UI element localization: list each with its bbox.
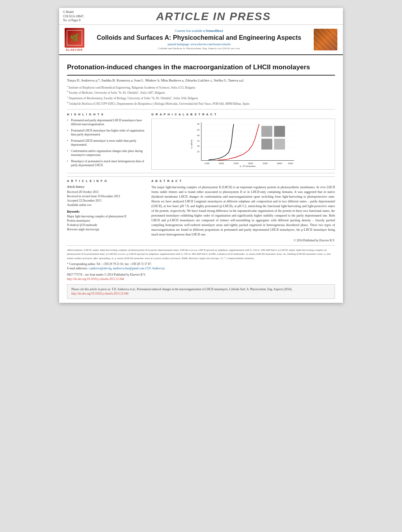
affiliation-d: d Unidad de Biofísica (CSIC/UPV-EHU), De… bbox=[67, 101, 335, 106]
affiliations: a Institute of Biophysics and Biomedical… bbox=[67, 85, 335, 106]
journal-center: Contents lists available at ScienceDirec… bbox=[88, 29, 310, 50]
elsevier-icon: 🌿 bbox=[65, 28, 84, 48]
article-history: Article history: Received 28 October 201… bbox=[67, 185, 146, 208]
svg-text:A, Å²/monomer: A, Å²/monomer bbox=[240, 165, 256, 167]
svg-text:π, mN/m: π, mN/m bbox=[190, 139, 193, 148]
highlight-item-5: Monolayer of protonated is much more het… bbox=[67, 159, 146, 168]
highlights-abstract-section: H I G H L I G H T S Protonated and partl… bbox=[67, 113, 335, 170]
divider-2 bbox=[67, 173, 335, 173]
elsevier-text: ELSEVIER bbox=[66, 48, 83, 51]
pages-label: No. of Pages 8 bbox=[63, 19, 84, 23]
svg-text:35: 35 bbox=[197, 139, 199, 142]
svg-text:30: 30 bbox=[197, 145, 199, 147]
corresponding-note: * Corresponding author. Tel.: +359 29 79… bbox=[67, 262, 335, 266]
affiliation-c: c Department of Biochemistry, Faculty of… bbox=[67, 95, 335, 100]
keyword-3: N-dodecyl β-D-maltoside bbox=[67, 223, 146, 227]
abstract-column: A B S T R A C T The major light-harvesti… bbox=[151, 179, 335, 242]
divider-1 bbox=[67, 109, 335, 109]
highlight-item-3: Protonated LHCII monolayer is more stabl… bbox=[67, 139, 146, 147]
elsevier-logo: 🌿 ELSEVIER bbox=[65, 28, 84, 51]
colsua-label: COLSUA-18847; bbox=[63, 15, 84, 19]
highlights-column: H I G H L I G H T S Protonated and partl… bbox=[67, 113, 146, 170]
elsevier-icon-inner: 🌿 bbox=[67, 30, 82, 46]
highlights-label: H I G H L I G H T S bbox=[67, 113, 146, 116]
affiliation-a: a Institute of Biophysics and Biomedical… bbox=[67, 85, 335, 90]
svg-rect-23 bbox=[274, 126, 285, 137]
journal-name: Colloids and Surfaces A: Physicochemical… bbox=[88, 34, 310, 41]
svg-text:3500: 3500 bbox=[262, 161, 268, 164]
accepted-date: Accepted 22 December 2013 bbox=[67, 198, 146, 203]
main-content: Protonation-induced changes in the macro… bbox=[59, 55, 343, 303]
article-info-label: A R T I C L E I N F O bbox=[67, 179, 146, 183]
graph-image: 50 45 40 35 30 25 bbox=[153, 120, 333, 168]
highlight-item-4: Conformation and/or organization changes… bbox=[67, 149, 146, 158]
history-title: Article history: bbox=[67, 185, 146, 189]
authors: Tonya D. Andreeva a,*, Sashka B. Krumova… bbox=[67, 78, 335, 83]
received-date: Received 28 October 2013 bbox=[67, 190, 146, 194]
svg-text:3000: 3000 bbox=[248, 161, 253, 164]
journal-abbrev: Colloids and Surfaces A: Physicochem. En… bbox=[88, 47, 310, 50]
journal-homepage: journal homepage: www.elsevier.com/locat… bbox=[88, 43, 310, 46]
svg-text:4000: 4000 bbox=[277, 161, 282, 164]
keyword-1: Major light-harvesting complex of photos… bbox=[67, 214, 146, 219]
keywords-label: Keywords: bbox=[67, 210, 146, 213]
svg-text:25: 25 bbox=[197, 150, 199, 153]
keywords-section: Keywords: Major light-harvesting complex… bbox=[67, 210, 146, 232]
revised-date: Received in revised form 19 December 201… bbox=[67, 194, 146, 198]
svg-rect-25 bbox=[274, 139, 285, 150]
article-in-press-title: ARTICLE IN PRESS bbox=[88, 10, 339, 23]
cite-doi-link[interactable]: http://dx.doi.org/10.1016/j.colsurfa.201… bbox=[71, 292, 128, 295]
pressure-area-chart: 50 45 40 35 30 25 bbox=[153, 120, 333, 168]
g-model-label: G Model bbox=[63, 10, 84, 15]
abstract-label: A B S T R A C T bbox=[151, 179, 335, 183]
g-model-info: G Model COLSUA-18847; No. of Pages 8 bbox=[63, 10, 84, 23]
keyword-2: Protein monolayers bbox=[67, 219, 146, 223]
available-date: Available online xxx bbox=[67, 203, 146, 207]
svg-text:50: 50 bbox=[197, 122, 199, 125]
keyword-4: Brewster angle microscopy bbox=[67, 227, 146, 232]
affiliation-b: b Faculty of Medicine, University of Sof… bbox=[67, 90, 335, 95]
svg-text:45: 45 bbox=[197, 128, 199, 131]
footer-abbreviations: Abbreviations: LHCII, major light-harves… bbox=[67, 245, 335, 261]
svg-text:40: 40 bbox=[197, 133, 199, 136]
highlight-item-1: Protonated and partly deprotonated LHCII… bbox=[67, 119, 146, 127]
svg-text:2500: 2500 bbox=[233, 161, 238, 164]
svg-rect-22 bbox=[261, 126, 272, 137]
article-info-section: A R T I C L E I N F O Article history: R… bbox=[67, 176, 335, 242]
svg-text:2000: 2000 bbox=[219, 161, 224, 164]
svg-rect-24 bbox=[261, 139, 272, 150]
cite-box: Please cite this article in press as: T.… bbox=[67, 284, 335, 299]
page: G Model COLSUA-18847; No. of Pages 8 ART… bbox=[59, 8, 343, 303]
article-title: Protonation-induced changes in the macro… bbox=[67, 63, 335, 76]
footer-contact: * Corresponding author. Tel.: +359 29 79… bbox=[67, 262, 335, 271]
svg-text:4500: 4500 bbox=[288, 161, 293, 164]
highlights-list: Protonated and partly deprotonated LHCII… bbox=[67, 119, 146, 168]
svg-text:1500: 1500 bbox=[204, 161, 209, 164]
email-note: E-mail addresses: t.andreeva@abv.bg, tan… bbox=[67, 266, 335, 271]
article-info-left: A R T I C L E I N F O Article history: R… bbox=[67, 179, 146, 242]
graphical-abstract-box: 50 45 40 35 30 25 bbox=[151, 119, 335, 170]
journal-header: 🌿 ELSEVIER Contents lists available at S… bbox=[59, 25, 343, 55]
doi-link[interactable]: http://dx.doi.org/10.1016/j.colsurfa.201… bbox=[67, 277, 124, 281]
journal-thumbnail bbox=[314, 29, 337, 50]
graphical-abstract-column: G R A P H I C A L A B S T R A C T 50 45 … bbox=[151, 113, 335, 170]
highlight-item-2: Protonated LHCII monolayer has higher or… bbox=[67, 129, 146, 137]
copyright: © 2014 Published by Elsevier B.V. bbox=[151, 239, 335, 242]
abstract-text: The major light-harvesting complex of ph… bbox=[151, 185, 335, 237]
graphical-abstract-label: G R A P H I C A L A B S T R A C T bbox=[151, 113, 335, 116]
header-bar: G Model COLSUA-18847; No. of Pages 8 ART… bbox=[59, 8, 343, 25]
sciencedirect-link: Contents lists available at ScienceDirec… bbox=[88, 29, 310, 33]
footer-issn: 0927-7757/$ – see front matter © 2014 Pu… bbox=[67, 272, 335, 282]
